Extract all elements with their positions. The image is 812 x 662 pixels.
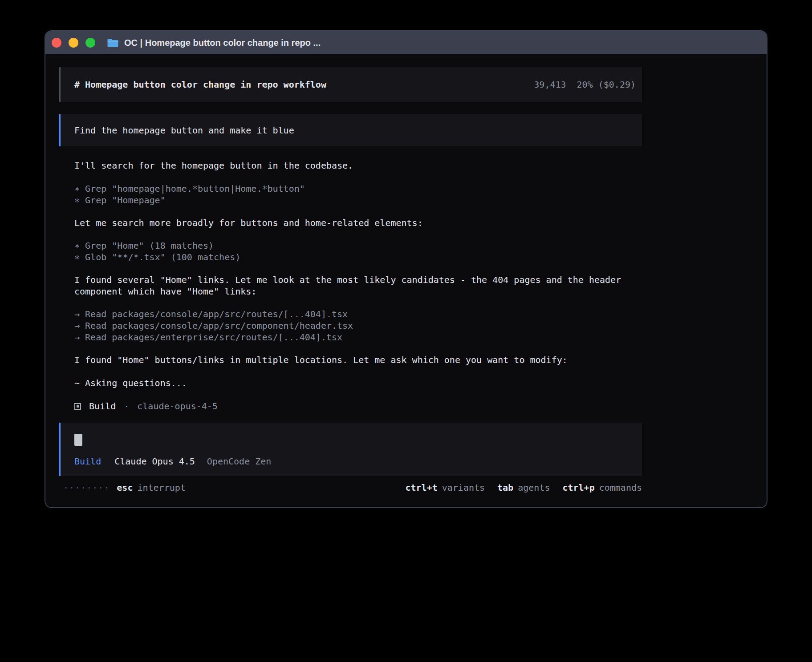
session-stats: 39,413 20% ($0.29) [534, 79, 636, 90]
tool-call-grep: ∗ Grep "Home" (18 matches) [59, 240, 642, 251]
shortcut-label: agents [518, 482, 550, 493]
agent-separator: · [124, 400, 129, 412]
window-title: OC | Homepage button color change in rep… [124, 37, 321, 48]
tool-call-grep: ∗ Grep "Homepage" [59, 194, 642, 206]
assistant-text: I found "Home" buttons/links in multiple… [59, 354, 642, 366]
folder-icon [107, 38, 119, 48]
input-provider-label: OpenCode Zen [207, 456, 272, 467]
shortcut-agents: tab agents [497, 482, 550, 493]
session-title: # Homepage button color change in repo w… [74, 79, 326, 90]
shortcut-key: esc [117, 482, 133, 493]
minimize-button[interactable] [69, 38, 78, 48]
session-header: # Homepage button color change in repo w… [59, 67, 642, 102]
status-bar-shortcuts: ctrl+t variants tab agents ctrl+p comman… [405, 482, 642, 493]
tool-call-read: → Read packages/enterprise/src/routes/[.… [59, 331, 642, 343]
token-count: 39,413 [534, 79, 566, 90]
titlebar[interactable]: OC | Homepage button color change in rep… [45, 31, 767, 54]
tool-call-glob: ∗ Glob "**/*.tsx" (100 matches) [59, 251, 642, 263]
input-meta-row: Build Claude Opus 4.5 OpenCode Zen [74, 456, 642, 467]
shortcut-label: interrupt [137, 482, 185, 493]
shortcut-interrupt: esc interrupt [117, 482, 186, 493]
agent-model: claude-opus-4-5 [137, 400, 218, 412]
assistant-text: Let me search more broadly for buttons a… [59, 217, 642, 229]
user-message: Find the homepage button and make it blu… [59, 114, 642, 146]
shortcut-key: ctrl+p [562, 482, 594, 493]
zoom-button[interactable] [85, 38, 95, 48]
shortcut-variants: ctrl+t variants [405, 482, 485, 493]
tool-call-read: → Read packages/console/app/src/routes/[… [59, 308, 642, 320]
user-message-text: Find the homepage button and make it blu… [74, 125, 294, 136]
text-cursor [74, 434, 82, 446]
agent-name: Build [89, 400, 116, 412]
status-text: ~ Asking questions... [59, 377, 642, 389]
progress-dots: ········ [63, 482, 110, 493]
tool-call-read: → Read packages/console/app/src/componen… [59, 320, 642, 331]
prompt-input[interactable]: Build Claude Opus 4.5 OpenCode Zen [59, 423, 642, 476]
terminal-window: OC | Homepage button color change in rep… [45, 30, 767, 508]
shortcut-label: variants [442, 482, 485, 493]
shortcut-key: tab [497, 482, 513, 493]
shortcut-label: commands [599, 482, 642, 493]
context-cost: 20% ($0.29) [577, 79, 636, 90]
assistant-text: I'll search for the homepage button in t… [59, 160, 642, 171]
input-mode-label[interactable]: Build [74, 456, 101, 467]
agent-status-line: Build · claude-opus-4-5 [59, 400, 642, 412]
input-model-label[interactable]: Claude Opus 4.5 [114, 456, 195, 467]
assistant-text: I found several "Home" links. Let me loo… [59, 274, 642, 297]
tool-call-grep: ∗ Grep "homepage|home.*button|Home.*butt… [59, 183, 642, 194]
session-content: # Homepage button color change in repo w… [59, 67, 642, 493]
shortcut-commands: ctrl+p commands [562, 482, 642, 493]
shortcut-key: ctrl+t [405, 482, 437, 493]
status-bar: ········ esc interrupt ctrl+t variants t… [59, 482, 642, 493]
terminal-body: # Homepage button color change in repo w… [45, 54, 767, 507]
close-button[interactable] [52, 38, 61, 48]
agent-icon [74, 403, 81, 410]
